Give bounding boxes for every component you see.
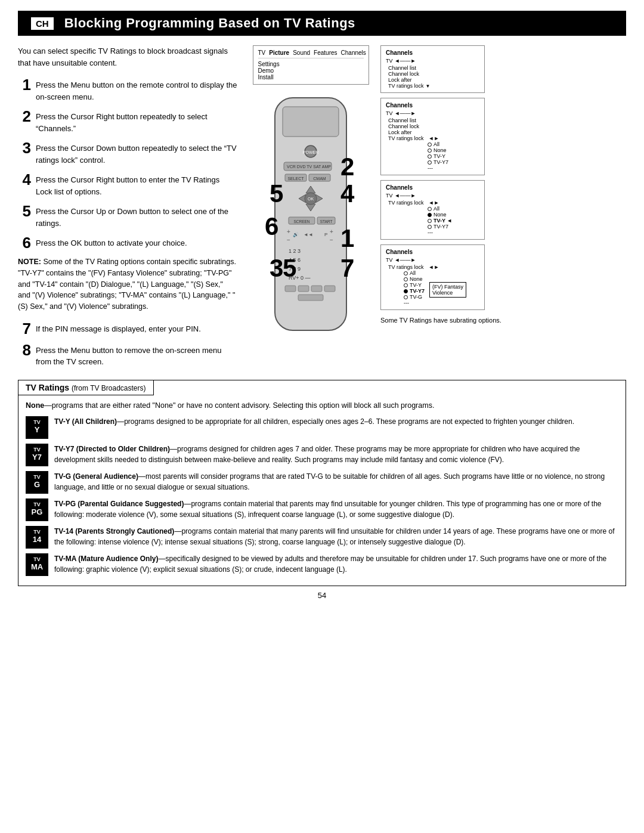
svg-text:+: + — [330, 228, 333, 235]
step-7: 7 If the PIN message is displayed, enter… — [18, 321, 237, 336]
tvpg-description: TV-PG (Parental Guidance Suggested)—prog… — [54, 498, 618, 520]
svg-rect-1 — [283, 107, 339, 137]
tv-ratings-section: TV Ratings (from TV Broadcasters) None—p… — [18, 380, 626, 586]
svg-text:4: 4 — [340, 179, 355, 208]
svg-text:2: 2 — [340, 153, 354, 181]
step-1-num: 1 — [18, 77, 31, 92]
screen-box-3: Channels TV ◄——► TV ratings lock ◄► All — [380, 180, 485, 240]
step-2-text: Press the Cursor Right button repeatedly… — [36, 109, 237, 134]
page-number: 54 — [0, 586, 644, 603]
page-title: Blocking Programming Based on TV Ratings — [64, 16, 355, 31]
step-7-text: If the PIN message is displayed, enter y… — [36, 321, 201, 335]
screen-box-1: Channels TV ◄——► Channel list Channel lo… — [380, 45, 485, 93]
svg-text:5: 5 — [283, 254, 296, 282]
step-3-text: Press the Cursor Down button repeatedly … — [36, 140, 237, 166]
steps-list: 1 Press the Menu button on the remote co… — [18, 77, 237, 250]
remote-diagram: POWER VCR DVD TV SAT AMP SELECT CMAM — [248, 92, 373, 342]
svg-rect-32 — [298, 286, 309, 292]
subrating-caption: Some TV Ratings have subrating options. — [380, 317, 501, 324]
step-4-text: Press the Cursor Right button to enter t… — [36, 172, 237, 197]
step-5: 5 Press the Cursor Up or Down button to … — [18, 203, 237, 229]
svg-text:OK: OK — [308, 197, 314, 201]
rating-tvg: TV G TV-G (General Audience)—most parent… — [26, 471, 618, 494]
rating-tvpg: TV PG TV-PG (Parental Guidance Suggested… — [26, 498, 618, 521]
tvy-description: TV-Y (All Children)—programs designed to… — [54, 416, 574, 427]
svg-text:CMAM: CMAM — [313, 176, 326, 181]
svg-text:🔊: 🔊 — [293, 231, 299, 237]
tvma-description: TV-MA (Mature Audience Only)—specificall… — [54, 553, 618, 575]
screen-box-step1: TV Picture Sound Features Channels Setti… — [253, 45, 369, 85]
subrating-label: (FV) FantasyViolence — [432, 284, 463, 296]
diagram-area: TV Picture Sound Features Channels Setti… — [248, 45, 626, 374]
screen-box-2: Channels TV ◄——► Channel list Channel lo… — [380, 98, 485, 175]
right-screen-diagrams: Channels TV ◄——► Channel list Channel lo… — [380, 45, 501, 324]
svg-text:+: + — [287, 228, 290, 235]
rating-tvy: TV Y TV-Y (All Children)—programs design… — [26, 416, 618, 439]
step-7-num: 7 — [18, 321, 31, 336]
tv-ratings-header: TV Ratings (from TV Broadcasters) — [18, 380, 154, 395]
ratings-content: None—programs that are either rated "Non… — [18, 395, 626, 586]
ch-badge: CH — [30, 16, 55, 31]
svg-text:START: START — [320, 219, 333, 224]
svg-text:−: − — [330, 237, 333, 243]
svg-rect-34 — [324, 286, 335, 292]
tvy-badge: TV Y — [26, 416, 48, 439]
step-4-num: 4 — [18, 172, 31, 187]
rating-tvy7: TV Y7 TV-Y7 (Directed to Older Children)… — [26, 444, 618, 466]
step-4: 4 Press the Cursor Right button to enter… — [18, 172, 237, 197]
steps-list-2: 7 If the PIN message is displayed, enter… — [18, 321, 237, 368]
svg-text:VCR DVD TV SAT AMP: VCR DVD TV SAT AMP — [287, 165, 331, 169]
svg-text:SELECT: SELECT — [287, 176, 304, 181]
step-8-text: Press the Menu button to remove the on-s… — [36, 342, 237, 368]
svg-text:POWER: POWER — [303, 150, 318, 154]
none-description: None—programs that are either rated "Non… — [26, 400, 618, 411]
step-1: 1 Press the Menu button on the remote co… — [18, 77, 237, 103]
page-header: CH Blocking Programming Based on TV Rati… — [18, 11, 626, 36]
tvpg-badge: TV PG — [26, 498, 48, 521]
svg-text:1  2  3: 1 2 3 — [289, 248, 301, 254]
step-6-num: 6 — [18, 235, 31, 250]
tv14-badge: TV 14 — [26, 526, 48, 549]
svg-text:6: 6 — [265, 212, 278, 240]
svg-text:5: 5 — [270, 179, 283, 208]
svg-text:◄◄: ◄◄ — [304, 232, 313, 237]
note-text: NOTE: Some of the TV Rating options cont… — [18, 256, 237, 312]
step-5-text: Press the Cursor Up or Down button to se… — [36, 203, 237, 229]
tv14-description: TV-14 (Parents Strongly Cautioned)—progr… — [54, 526, 618, 547]
step-8-num: 8 — [18, 342, 31, 358]
tvy7-description: TV-Y7 (Directed to Older Children)—progr… — [54, 444, 618, 465]
step-5-num: 5 — [18, 203, 31, 219]
svg-text:1: 1 — [340, 224, 354, 252]
step-1-text: Press the Menu button on the remote cont… — [36, 77, 237, 103]
svg-rect-31 — [285, 286, 296, 292]
svg-text:P: P — [324, 232, 327, 237]
text-instructions: You can select specific TV Ratings to bl… — [18, 45, 237, 374]
step-3: 3 Press the Cursor Down button repeatedl… — [18, 140, 237, 166]
tvg-description: TV-G (General Audience)—most parents wil… — [54, 471, 618, 493]
svg-rect-33 — [311, 286, 322, 292]
note-content: Some of the TV Rating options contain sp… — [18, 258, 236, 311]
rating-tvma: TV MA TV-MA (Mature Audience Only)—speci… — [26, 553, 618, 576]
svg-text:3: 3 — [270, 254, 283, 282]
screen-box-4: Channels TV ◄——► TV ratings lock ◄► — [380, 244, 485, 310]
rating-tv14: TV 14 TV-14 (Parents Strongly Cautioned)… — [26, 526, 618, 549]
note-bold: NOTE: — [18, 258, 41, 266]
step-3-num: 3 — [18, 140, 31, 156]
step-8: 8 Press the Menu button to remove the on… — [18, 342, 237, 368]
tvma-badge: TV MA — [26, 553, 48, 576]
tvg-badge: TV G — [26, 471, 48, 494]
step-2: 2 Press the Cursor Right button repeated… — [18, 109, 237, 134]
step-6: 6 Press the OK button to activate your c… — [18, 235, 237, 250]
svg-text:SCREEN: SCREEN — [293, 219, 309, 224]
intro-text: You can select specific TV Ratings to bl… — [18, 45, 237, 69]
svg-text:7: 7 — [340, 254, 354, 282]
svg-rect-35 — [298, 295, 323, 301]
tvy7-badge: TV Y7 — [26, 444, 48, 466]
step-2-num: 2 — [18, 109, 31, 124]
step-6-text: Press the OK button to activate your cho… — [36, 235, 187, 249]
svg-text:−: − — [287, 237, 290, 243]
